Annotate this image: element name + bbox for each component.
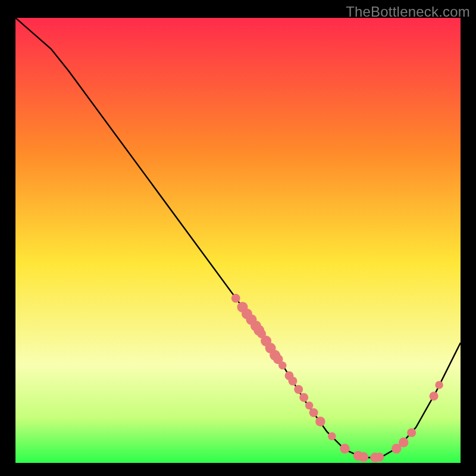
data-marker bbox=[231, 294, 240, 303]
data-marker bbox=[278, 361, 286, 369]
chart-frame: TheBottleneck.com bbox=[0, 0, 476, 476]
data-marker bbox=[305, 402, 313, 409]
data-marker bbox=[328, 432, 336, 440]
data-marker bbox=[359, 452, 368, 462]
data-marker bbox=[299, 393, 308, 402]
data-marker bbox=[315, 416, 325, 426]
chart-svg bbox=[15, 18, 461, 463]
gradient-background bbox=[15, 18, 461, 463]
data-marker bbox=[399, 437, 408, 447]
data-marker bbox=[309, 408, 318, 417]
data-marker bbox=[294, 385, 303, 394]
data-marker bbox=[340, 444, 349, 453]
plot-area bbox=[15, 18, 461, 463]
data-marker bbox=[289, 377, 298, 386]
data-marker bbox=[435, 381, 443, 389]
data-marker bbox=[430, 392, 439, 400]
data-marker bbox=[375, 453, 384, 462]
data-marker bbox=[407, 428, 416, 437]
